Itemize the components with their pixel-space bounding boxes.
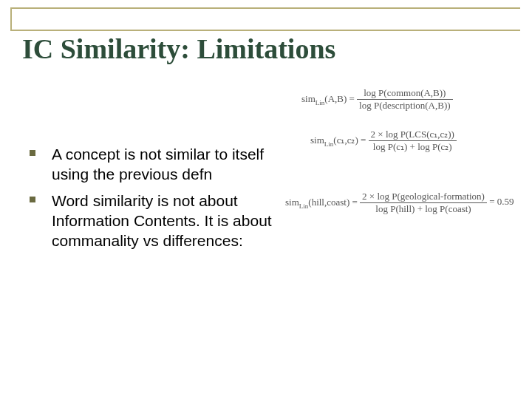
bullet-text: Word similarity is not about Information… [52,191,281,251]
formula-lcs: simLin(c₁,c₂) = 2 × log P(LCS(c₁,c₂))log… [310,129,517,153]
formula-hill-coast: simLin(hill,coast) = 2 × log P(geologica… [285,191,529,215]
list-item: A concept is not similar to itself using… [30,144,281,185]
bullet-icon [30,150,35,156]
bullet-list: A concept is not similar to itself using… [30,144,281,256]
bullet-icon [30,197,35,202]
formula-common: simLin(A,B) = log P(common(A,B))log P(de… [301,87,516,112]
slide-title: IC Similarity: Limitations [22,33,335,65]
list-item: Word similarity is not about Information… [30,191,281,251]
decorative-frame [10,7,520,31]
bullet-text: A concept is not similar to itself using… [52,144,281,185]
